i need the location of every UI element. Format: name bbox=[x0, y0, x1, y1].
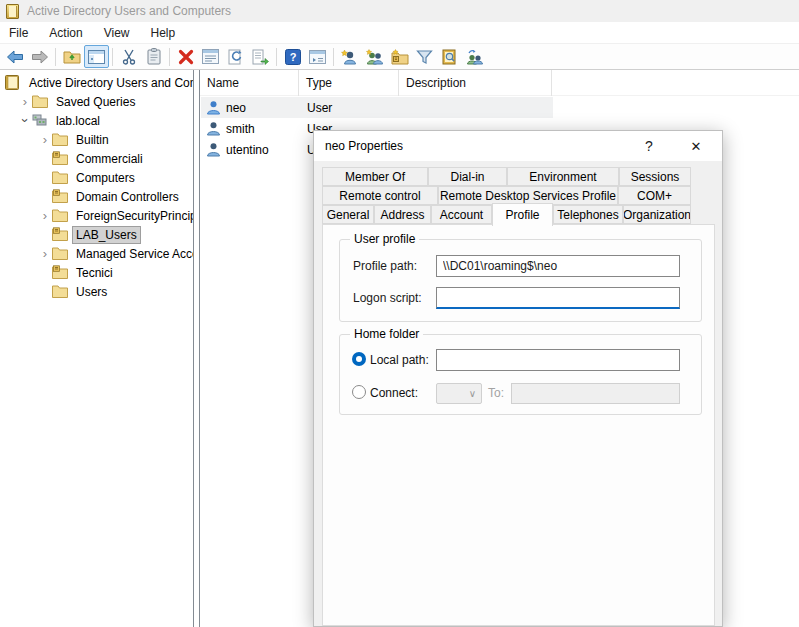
list-header: Name Type Description bbox=[200, 70, 799, 96]
tab-com-plus[interactable]: COM+ bbox=[618, 186, 691, 205]
new-group-button[interactable] bbox=[362, 45, 387, 68]
tree-item-domain-controllers[interactable]: Domain Controllers bbox=[0, 187, 194, 206]
menu-file[interactable]: File bbox=[1, 23, 36, 43]
tab-row-3: General Address Account Profile Telephon… bbox=[322, 205, 691, 224]
chevron-right-icon[interactable]: › bbox=[18, 94, 32, 109]
menu-help[interactable]: Help bbox=[143, 23, 184, 43]
connect-radio[interactable] bbox=[352, 385, 366, 399]
export-list-button[interactable] bbox=[248, 45, 273, 68]
up-one-level-button[interactable] bbox=[59, 45, 84, 68]
up-folder-icon bbox=[63, 49, 81, 65]
menu-action[interactable]: Action bbox=[41, 23, 90, 43]
tab-general[interactable]: General bbox=[322, 205, 374, 224]
logon-script-input[interactable] bbox=[436, 287, 680, 309]
tree-item-label-selected: LAB_Users bbox=[73, 227, 140, 243]
reset-users-button[interactable] bbox=[462, 45, 487, 68]
window-title: Active Directory Users and Computers bbox=[27, 4, 231, 18]
refresh-button[interactable] bbox=[223, 45, 248, 68]
tree-item-root[interactable]: Active Directory Users and Computers bbox=[0, 73, 194, 92]
paste-button[interactable] bbox=[141, 45, 166, 68]
svg-text:?: ? bbox=[289, 51, 296, 63]
tree-item-users[interactable]: Users bbox=[0, 282, 194, 301]
menu-view[interactable]: View bbox=[96, 23, 138, 43]
tree-item-managed-service-accounts[interactable]: › Managed Service Accounts bbox=[0, 244, 194, 263]
ou-folder-icon bbox=[52, 227, 68, 242]
tree-item-foreign-security-principals[interactable]: › ForeignSecurityPrincipals bbox=[0, 206, 194, 225]
ou-folder-icon bbox=[52, 151, 68, 166]
cell-name: utentino bbox=[226, 143, 269, 157]
chevron-right-icon[interactable]: › bbox=[38, 208, 52, 223]
new-group-icon bbox=[365, 49, 384, 65]
toolbar: ? bbox=[0, 44, 799, 70]
chevron-down-icon: ∨ bbox=[469, 388, 476, 399]
tree-item-saved-queries[interactable]: › Saved Queries bbox=[0, 92, 194, 111]
local-path-input[interactable] bbox=[436, 349, 680, 371]
chevron-right-icon[interactable]: › bbox=[38, 132, 52, 147]
properties-button[interactable] bbox=[198, 45, 223, 68]
show-console-tree-button[interactable] bbox=[84, 45, 109, 68]
forward-icon bbox=[31, 49, 49, 65]
tab-organization[interactable]: Organization bbox=[623, 205, 691, 224]
tree-item-lab-users[interactable]: LAB_Users bbox=[0, 225, 194, 244]
properties-icon bbox=[202, 49, 219, 64]
toolbar-separator bbox=[333, 48, 334, 66]
tab-dial-in[interactable]: Dial-in bbox=[428, 167, 507, 186]
folder-icon bbox=[52, 132, 68, 147]
tab-environment[interactable]: Environment bbox=[507, 167, 619, 186]
help-button[interactable]: ? bbox=[280, 45, 305, 68]
filter-button[interactable] bbox=[412, 45, 437, 68]
find-icon bbox=[441, 49, 458, 65]
tab-remote-control[interactable]: Remote control bbox=[322, 186, 438, 205]
app-icon bbox=[6, 4, 19, 19]
local-path-radio[interactable] bbox=[352, 352, 366, 366]
connect-to-input[interactable] bbox=[511, 383, 680, 404]
tab-address[interactable]: Address bbox=[374, 205, 431, 224]
console-tree: Active Directory Users and Computers › S… bbox=[0, 70, 194, 627]
find-button[interactable] bbox=[437, 45, 462, 68]
help-icon: ? bbox=[285, 49, 301, 65]
cut-button[interactable] bbox=[116, 45, 141, 68]
user-icon bbox=[206, 100, 221, 115]
back-button[interactable] bbox=[2, 45, 27, 68]
tree-item-label: Commerciali bbox=[73, 151, 146, 167]
tree-item-computers[interactable]: Computers bbox=[0, 168, 194, 187]
filter-icon bbox=[416, 49, 433, 65]
dialog-title: neo Properties bbox=[325, 139, 403, 153]
tree-item-commerciali[interactable]: Commerciali bbox=[0, 149, 194, 168]
forward-button[interactable] bbox=[27, 45, 52, 68]
tree-item-tecnici[interactable]: Tecnici bbox=[0, 263, 194, 282]
toolbar-separator bbox=[112, 48, 113, 66]
delete-button[interactable] bbox=[173, 45, 198, 68]
list-row-neo[interactable]: neo User bbox=[201, 97, 553, 118]
new-ou-button[interactable] bbox=[387, 45, 412, 68]
tree-item-label: Users bbox=[73, 284, 110, 300]
connect-drive-select[interactable]: ∨ bbox=[436, 383, 482, 404]
group-label: Home folder bbox=[350, 327, 423, 341]
column-header-type[interactable]: Type bbox=[299, 70, 399, 96]
toolbar-separator bbox=[169, 48, 170, 66]
dialog-close-button[interactable]: ✕ bbox=[676, 131, 716, 161]
tab-account[interactable]: Account bbox=[431, 205, 492, 224]
scissors-icon bbox=[121, 49, 137, 65]
clipboard-icon bbox=[147, 48, 161, 65]
cell-type: User bbox=[307, 101, 332, 115]
new-user-button[interactable] bbox=[337, 45, 362, 68]
tab-telephones[interactable]: Telephones bbox=[553, 205, 623, 224]
profile-path-input[interactable] bbox=[436, 255, 680, 277]
tab-member-of[interactable]: Member Of bbox=[322, 167, 428, 186]
tab-row-1: Member Of Dial-in Environment Sessions bbox=[322, 167, 691, 186]
tree-item-builtin[interactable]: › Builtin bbox=[0, 130, 194, 149]
new-user-icon bbox=[341, 49, 358, 65]
tab-sessions[interactable]: Sessions bbox=[619, 167, 691, 186]
chevron-right-icon[interactable]: › bbox=[38, 246, 52, 261]
column-header-name[interactable]: Name bbox=[200, 70, 299, 96]
tab-profile[interactable]: Profile bbox=[492, 203, 553, 226]
column-header-description[interactable]: Description bbox=[399, 70, 552, 96]
dialog-help-button[interactable]: ? bbox=[629, 131, 669, 161]
chevron-down-icon[interactable]: › bbox=[18, 114, 33, 128]
tree-item-lab-local[interactable]: › lab.local bbox=[0, 111, 194, 130]
window-view-button[interactable] bbox=[305, 45, 330, 68]
tree-item-label: Active Directory Users and Computers bbox=[26, 75, 194, 91]
console-tree-icon bbox=[88, 50, 105, 64]
tree-item-label: Saved Queries bbox=[53, 94, 138, 110]
